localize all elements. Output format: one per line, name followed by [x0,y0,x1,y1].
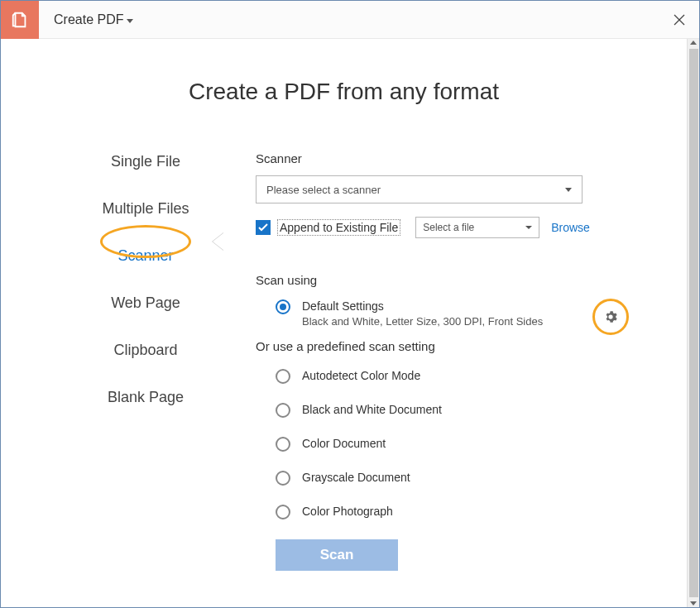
radio-icon [276,437,290,452]
opt-gray-label: Grayscale Document [302,470,410,485]
default-settings-sub: Black and White, Letter Size, 300 DPI, F… [302,315,543,328]
radio-color-photo[interactable]: Color Photograph [256,504,654,519]
content-area: Create a PDF from any format Single File… [1,39,687,607]
opt-photo-label: Color Photograph [302,504,393,519]
radio-autodetect[interactable]: Autodetect Color Mode [256,368,654,384]
nav-scanner[interactable]: Scanner [67,241,224,271]
nav-multiple-files[interactable]: Multiple Files [67,194,224,224]
close-icon [674,14,685,26]
radio-icon [276,505,290,519]
radio-icon [276,403,290,418]
radio-icon [276,471,290,486]
opt-autodetect-label: Autodetect Color Mode [302,368,420,383]
window-title[interactable]: Create PDF [39,12,133,27]
file-select[interactable]: Select a file [415,217,539,238]
chevron-down-icon [525,226,532,229]
page-heading: Create a PDF from any format [1,79,687,105]
chevron-down-icon [565,188,572,192]
default-settings-label: Default Settings [302,299,543,314]
append-checkbox[interactable] [256,220,271,235]
opt-bw-label: Black and White Document [302,402,442,417]
source-nav: Single File Multiple Files Scanner Web P… [67,146,224,571]
scrollbar-thumb[interactable] [689,49,698,597]
scanner-select[interactable]: Please select a scanner [256,175,583,203]
title-label: Create PDF [54,12,123,27]
vertical-scrollbar[interactable] [687,39,699,607]
browse-link[interactable]: Browse [551,221,590,234]
document-icon [11,11,29,29]
radio-icon [276,369,290,384]
radio-black-white[interactable]: Black and White Document [256,402,654,418]
check-icon [258,223,268,232]
file-select-placeholder: Select a file [423,222,474,233]
radio-color-doc[interactable]: Color Document [256,436,654,452]
nav-single-file[interactable]: Single File [67,146,224,177]
append-label: Append to Existing File [277,219,400,236]
nav-pointer-icon [213,232,224,251]
scan-button[interactable]: Scan [276,539,398,571]
scan-using-label: Scan using [256,273,654,287]
scanner-form: Scanner Please select a scanner Append t… [224,146,654,571]
nav-web-page[interactable]: Web Page [67,288,224,318]
nav-blank-page[interactable]: Blank Page [67,382,224,413]
close-button[interactable] [659,1,699,39]
gear-icon [603,309,618,324]
settings-button[interactable] [592,299,629,335]
nav-clipboard[interactable]: Clipboard [67,335,224,366]
app-icon [1,1,39,39]
opt-color-label: Color Document [302,436,386,451]
titlebar: Create PDF [1,1,699,39]
scanner-section-label: Scanner [256,151,654,165]
radio-grayscale[interactable]: Grayscale Document [256,470,654,486]
scanner-select-placeholder: Please select a scanner [266,184,381,196]
chevron-down-icon [127,19,133,23]
predefined-label: Or use a predefined scan setting [256,339,654,353]
radio-icon [276,299,290,314]
